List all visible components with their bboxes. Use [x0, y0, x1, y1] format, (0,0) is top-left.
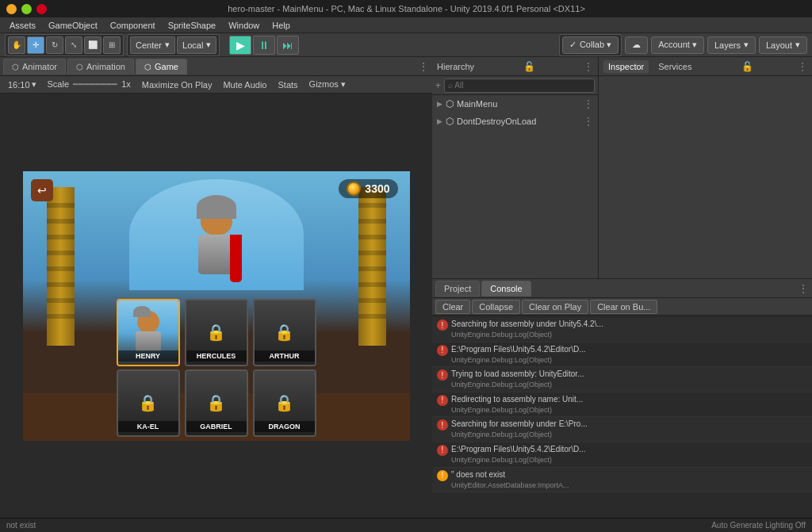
scale-label: Scale ━━━━━━━━ 1x	[44, 78, 134, 90]
hierarchy-dots-icon[interactable]: ⋮	[584, 61, 593, 72]
hierarchy-lock-icon[interactable]: 🔓	[523, 61, 535, 72]
move-tool[interactable]: ✛	[27, 36, 44, 54]
game-toolbar: 16:10 ▾ Scale ━━━━━━━━ 1x Maximize On Pl…	[0, 76, 432, 94]
tab-project[interactable]: Project	[435, 281, 480, 297]
hand-tool[interactable]: ✋	[8, 36, 25, 54]
status-bar: not exist Auto Generate Lighting Off	[0, 518, 812, 532]
menu-gameobject[interactable]: GameObject	[42, 19, 104, 32]
hero-card-hercules[interactable]: 🔒 HERCULES	[185, 299, 248, 366]
msg-text-6: " does not exist UnityEditor.AssetDataba…	[451, 469, 807, 491]
step-button[interactable]: ⏭	[277, 36, 299, 55]
close-button[interactable]	[36, 4, 47, 14]
layout-button[interactable]: Layout ▾	[759, 36, 807, 54]
console-msg-0[interactable]: ! Searching for assembly under Unity5.4.…	[432, 317, 812, 343]
aspect-ratio-dropdown[interactable]: 16:10 ▾	[5, 78, 40, 90]
account-button[interactable]: Account ▾	[651, 36, 704, 54]
error-icon-5: !	[437, 445, 448, 456]
console-msg-2[interactable]: ! Trying to load assembly: UnityEditor..…	[432, 367, 812, 392]
dontdestroy-arrow-icon: ▶	[437, 117, 442, 125]
console-msg-4[interactable]: ! Searching for assembly under E:\Pro...…	[432, 417, 812, 442]
layers-button[interactable]: Layers ▾	[707, 36, 756, 54]
pillar-bar-2	[47, 219, 75, 224]
clear-button[interactable]: Clear	[435, 300, 470, 314]
clear-on-build-button[interactable]: Clear on Bu...	[590, 300, 657, 314]
tab-inspector[interactable]: Inspector	[603, 60, 649, 73]
game-content: 3300 ↩ HENR	[23, 171, 410, 441]
console-msg-3[interactable]: ! Redirecting to assembly name: Unit... …	[432, 392, 812, 418]
tab-services[interactable]: Services	[653, 60, 696, 73]
play-controls: ▶ ⏸ ⏭	[229, 36, 299, 55]
transform-tool[interactable]: ⊞	[103, 36, 121, 54]
pillar-bar-1	[47, 203, 75, 208]
pivot-group: Center ▾ Local ▾	[127, 34, 220, 56]
error-icon-3: !	[437, 395, 448, 406]
mainmenu-arrow-icon: ▶	[437, 100, 442, 108]
console-msg-5[interactable]: ! E:\Program Files\Unity5.4.2\Editor\D..…	[432, 442, 812, 468]
hero-helmet	[197, 195, 236, 219]
panel-options-icon[interactable]: ⋮	[418, 60, 429, 73]
stats-button[interactable]: Stats	[275, 79, 301, 90]
hero-cards: HENRY 🔒 HERCULES 🔒 ARTHUR	[31, 299, 402, 437]
error-icon-2: !	[437, 369, 448, 381]
dontdestroy-dots-icon[interactable]: ⋮	[584, 116, 593, 127]
inspector-header: Inspector Services 🔓 ⋮	[599, 57, 812, 76]
pivot-dropdown[interactable]: Center ▾	[130, 36, 175, 54]
hierarchy-dontdestroy[interactable]: ▶ ⬡ DontDestroyOnLoad ⋮	[432, 113, 598, 130]
collapse-button[interactable]: Collapse	[472, 300, 520, 314]
tab-animation[interactable]: ⬡ Animation	[67, 59, 134, 75]
space-dropdown[interactable]: Local ▾	[177, 36, 216, 54]
menu-spriteshape[interactable]: SpriteShape	[162, 19, 223, 32]
dontdestroy-scene-icon: ⬡	[446, 116, 454, 127]
rect-tool[interactable]: ⬜	[84, 36, 102, 54]
hero-card-dragon[interactable]: 🔒 DRAGON	[253, 369, 316, 437]
menu-window[interactable]: Window	[222, 19, 266, 32]
gizmos-dropdown[interactable]: Gizmos ▾	[306, 78, 349, 90]
maximize-button[interactable]	[21, 4, 32, 14]
menu-help[interactable]: Help	[266, 19, 297, 32]
collab-button[interactable]: ✓ Collab ▾	[562, 36, 619, 54]
hero-card-henry[interactable]: HENRY	[117, 299, 180, 366]
console-msg-1[interactable]: ! E:\Program Files\Unity5.4.2\Editor\D..…	[432, 343, 812, 368]
coin-amount: 3300	[365, 182, 389, 195]
inspector-lock-icon[interactable]: 🔓	[741, 61, 753, 72]
pillar-bar-r2	[358, 219, 386, 224]
rotate-tool[interactable]: ↻	[46, 36, 63, 54]
tab-game[interactable]: ⬡ Game	[136, 59, 187, 75]
pillar-bar-5	[47, 266, 75, 271]
pause-button[interactable]: ⏸	[253, 36, 275, 55]
hero-card-kael[interactable]: 🔒 KA-EL	[117, 369, 180, 437]
minimize-button[interactable]	[6, 4, 17, 14]
tab-animator[interactable]: ⬡ Animator	[3, 59, 66, 75]
mainmenu-scene-icon: ⬡	[446, 98, 454, 109]
msg-text-0: Searching for assembly under Unity5.4.2\…	[451, 319, 807, 340]
layers-dropdown-icon: ▾	[744, 40, 749, 50]
tab-console[interactable]: Console	[481, 281, 530, 297]
maximize-on-play[interactable]: Maximize On Play	[139, 79, 216, 90]
scale-tool[interactable]: ⤡	[65, 36, 82, 54]
mainmenu-dots-icon[interactable]: ⋮	[584, 98, 593, 109]
hero-card-arthur[interactable]: 🔒 ARTHUR	[253, 299, 316, 366]
hierarchy-search-input[interactable]	[444, 78, 595, 93]
inspector-dots-icon[interactable]: ⋮	[798, 61, 807, 72]
dragon-lock-icon: 🔒	[274, 393, 294, 412]
back-button[interactable]: ↩	[31, 179, 53, 201]
dragon-name: DRAGON	[255, 421, 315, 432]
menu-component[interactable]: Component	[104, 19, 162, 32]
console-msg-6[interactable]: ! " does not exist UnityEditor.AssetData…	[432, 468, 812, 493]
arthur-name: ARTHUR	[255, 350, 315, 362]
hierarchy-add-icon[interactable]: +	[435, 80, 441, 91]
game-icon: ⬡	[144, 63, 151, 71]
clear-on-play-button[interactable]: Clear on Play	[522, 300, 588, 314]
coin-display: 3300	[339, 179, 397, 198]
cloud-button[interactable]: ☁	[625, 36, 648, 54]
gabriel-lock-icon: 🔒	[206, 393, 226, 412]
hierarchy-mainmenu[interactable]: ▶ ⬡ MainMenu ⋮	[432, 95, 598, 113]
mute-audio[interactable]: Mute Audio	[220, 79, 270, 90]
hero-card-gabriel[interactable]: 🔒 GABRIEL	[185, 369, 248, 437]
window-title: hero-master - MainMenu - PC, Mac & Linux…	[47, 4, 766, 13]
menu-assets[interactable]: Assets	[3, 19, 42, 32]
msg-text-5: E:\Program Files\Unity5.4.2\Editor\D... …	[451, 444, 807, 465]
console-options-icon[interactable]: ⋮	[798, 282, 809, 295]
hero-row-2: 🔒 KA-EL 🔒 GABRIEL 🔒 DRAGON	[31, 369, 402, 437]
play-button[interactable]: ▶	[229, 36, 251, 55]
